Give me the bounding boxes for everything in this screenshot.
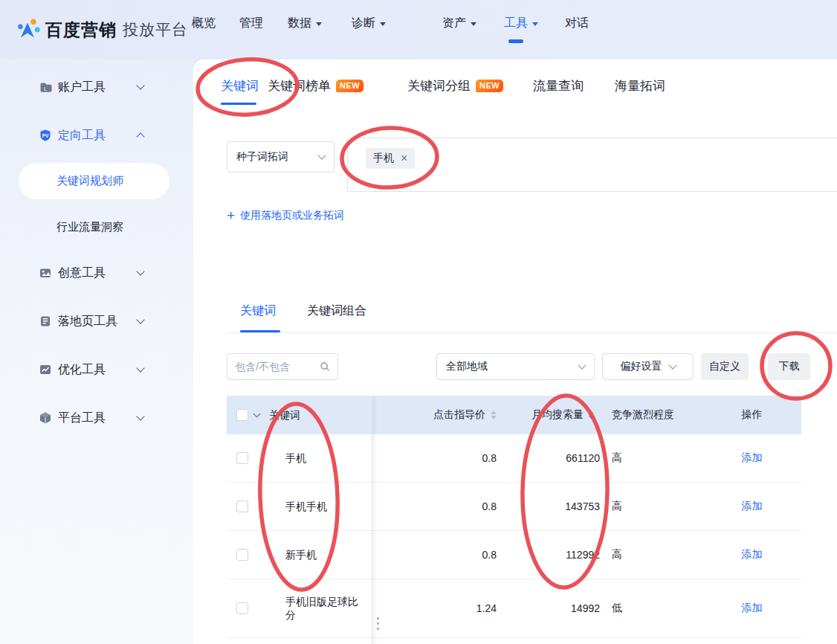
volume-cell: 14992 bbox=[505, 602, 604, 614]
nav-item-diagnose[interactable]: 诊断 bbox=[352, 13, 386, 33]
row-checkbox[interactable] bbox=[236, 549, 248, 561]
seed-keyword-input[interactable]: 手机 × bbox=[347, 138, 837, 192]
add-link[interactable]: 添加 bbox=[742, 500, 763, 513]
seed-mode-select[interactable]: 种子词拓词 bbox=[227, 141, 335, 173]
sidebar-group-targeting-tools[interactable]: PV 定向工具 bbox=[0, 120, 193, 150]
sidebar-group-landing-page-tools[interactable]: 落地页工具 bbox=[0, 306, 193, 336]
content-panel: 关键词 关键词榜单NEW 关键词分组NEW 流量查询 海量拓词 种子词拓词 手机… bbox=[193, 59, 837, 644]
platform-tools-icon bbox=[39, 411, 52, 425]
chevron-down-icon bbox=[136, 412, 144, 420]
table-row: 新手机 0.8 112992 高 添加 bbox=[227, 531, 801, 579]
cpc-cell: 0.8 bbox=[372, 549, 505, 561]
keyword-cell: 新手机 bbox=[268, 548, 372, 561]
competition-cell: 低 bbox=[604, 602, 702, 615]
download-button[interactable]: 下载 bbox=[768, 353, 810, 380]
column-header-cpc[interactable]: 点击指导价 bbox=[372, 408, 505, 422]
sidebar: L 账户工具 PV 定向工具 关键词规划师 行业流量洞察 创意工具 bbox=[0, 59, 193, 644]
active-tab-indicator bbox=[221, 103, 256, 105]
sidebar-group-account-tools[interactable]: L 账户工具 bbox=[0, 72, 193, 102]
tab-keyword[interactable]: 关键词 bbox=[221, 75, 259, 96]
table-row: 手机手机 0.8 143753 高 添加 bbox=[227, 483, 801, 531]
sidebar-item-keyword-planner[interactable]: 关键词规划师 bbox=[19, 163, 169, 199]
search-input[interactable] bbox=[235, 361, 320, 373]
new-badge: NEW bbox=[336, 80, 363, 92]
baidu-marketing-app: 百度营销 投放平台 概览 管理 数据 诊断 资产 工具 对话 L 账户工具 PV… bbox=[0, 0, 837, 644]
add-link[interactable]: 添加 bbox=[742, 548, 763, 561]
divider bbox=[227, 332, 837, 333]
region-select[interactable]: 全部地域 bbox=[436, 353, 595, 380]
table-row: 手机旧版足球比分 1.24 14992 低 添加 bbox=[227, 579, 801, 638]
nav-item-overview[interactable]: 概览 bbox=[192, 13, 216, 33]
competition-cell: 高 bbox=[604, 500, 702, 513]
nav-item-chat[interactable]: 对话 bbox=[565, 13, 589, 33]
preference-settings-button[interactable]: 偏好设置 bbox=[602, 353, 694, 380]
seed-tag: 手机 × bbox=[366, 148, 415, 169]
table-row: 手机 0.8 661120 高 添加 bbox=[227, 434, 801, 483]
baidu-logo-icon bbox=[15, 16, 42, 43]
plus-icon: + bbox=[227, 208, 235, 222]
add-link[interactable]: 添加 bbox=[742, 602, 763, 615]
caret-down-icon bbox=[532, 22, 538, 26]
keyword-table: 关键词 点击指导价 月均搜索量 竞争激烈程度 操作 手机 0.8 661120 … bbox=[227, 396, 801, 644]
column-drag-handle[interactable] bbox=[375, 615, 381, 632]
top-navbar: 百度营销 投放平台 概览 管理 数据 诊断 资产 工具 对话 bbox=[0, 0, 837, 59]
column-header-monthly-search-volume[interactable]: 月均搜索量 bbox=[505, 408, 604, 422]
nav-item-manage[interactable]: 管理 bbox=[239, 13, 263, 33]
result-tab-keyword[interactable]: 关键词 bbox=[240, 303, 276, 321]
select-options-icon[interactable] bbox=[253, 410, 261, 417]
sidebar-group-platform-tools[interactable]: 平台工具 bbox=[0, 403, 193, 433]
competition-cell: 高 bbox=[604, 548, 702, 561]
svg-text:L: L bbox=[44, 86, 47, 91]
nav-item-data[interactable]: 数据 bbox=[288, 13, 322, 33]
new-badge: NEW bbox=[476, 80, 503, 92]
nav-item-tools[interactable]: 工具 bbox=[504, 13, 538, 33]
chevron-up-icon bbox=[136, 132, 144, 141]
targeting-tools-icon: PV bbox=[39, 129, 52, 142]
select-all-checkbox[interactable] bbox=[236, 409, 248, 421]
volume-cell: 112992 bbox=[505, 549, 604, 561]
chevron-down-icon bbox=[136, 267, 144, 275]
caret-down-icon bbox=[380, 22, 386, 26]
tab-keyword-grouping[interactable]: 关键词分组NEW bbox=[407, 75, 503, 96]
brand[interactable]: 百度营销 投放平台 bbox=[15, 16, 188, 43]
row-checkbox[interactable] bbox=[236, 602, 248, 614]
optimization-tools-icon bbox=[39, 363, 52, 376]
tab-keyword-ranking[interactable]: 关键词榜单NEW bbox=[268, 75, 363, 96]
competition-cell: 高 bbox=[604, 451, 702, 465]
sort-icon-active-desc[interactable] bbox=[589, 410, 595, 419]
search-icon bbox=[320, 361, 330, 373]
cpc-cell: 1.24 bbox=[372, 602, 505, 614]
column-header-action: 操作 bbox=[702, 408, 801, 422]
expand-by-landing-page-link[interactable]: + 使用落地页或业务拓词 bbox=[227, 208, 344, 222]
column-header-competition: 竞争激烈程度 bbox=[604, 408, 702, 422]
sidebar-item-industry-traffic-insight[interactable]: 行业流量洞察 bbox=[0, 212, 193, 242]
column-header-keyword: 关键词 bbox=[268, 408, 372, 422]
fixed-column-shadow bbox=[372, 396, 378, 644]
include-exclude-search bbox=[227, 353, 338, 380]
sidebar-group-optimization-tools[interactable]: 优化工具 bbox=[0, 355, 193, 384]
row-checkbox[interactable] bbox=[236, 500, 248, 512]
nav-item-assets[interactable]: 资产 bbox=[442, 13, 476, 33]
table-header-row: 关键词 点击指导价 月均搜索量 竞争激烈程度 操作 bbox=[227, 396, 801, 434]
cpc-cell: 0.8 bbox=[372, 452, 505, 464]
tag-close-icon[interactable]: × bbox=[401, 152, 407, 164]
landing-page-tools-icon bbox=[39, 315, 52, 328]
chevron-down-icon bbox=[317, 151, 326, 159]
volume-cell: 661120 bbox=[505, 452, 604, 464]
chevron-down-icon bbox=[136, 364, 144, 372]
keyword-cell: 手机手机 bbox=[268, 500, 372, 513]
add-link[interactable]: 添加 bbox=[742, 451, 763, 465]
customize-button[interactable]: 自定义 bbox=[701, 353, 749, 380]
account-tools-icon: L bbox=[39, 80, 52, 94]
result-tab-keyword-combination[interactable]: 关键词组合 bbox=[307, 303, 366, 321]
sort-icon[interactable] bbox=[491, 410, 497, 419]
tab-mass-keyword-expansion[interactable]: 海量拓词 bbox=[615, 75, 665, 96]
tab-traffic-query[interactable]: 流量查询 bbox=[533, 75, 584, 96]
row-checkbox[interactable] bbox=[236, 452, 248, 464]
sidebar-group-creative-tools[interactable]: 创意工具 bbox=[0, 258, 193, 288]
keyword-cell: 手机旧版足球比分 bbox=[268, 595, 372, 622]
brand-suffix: 投放平台 bbox=[123, 19, 188, 40]
table-row-partial bbox=[227, 638, 801, 644]
cpc-cell: 0.8 bbox=[372, 500, 505, 512]
creative-tools-icon bbox=[39, 266, 52, 280]
